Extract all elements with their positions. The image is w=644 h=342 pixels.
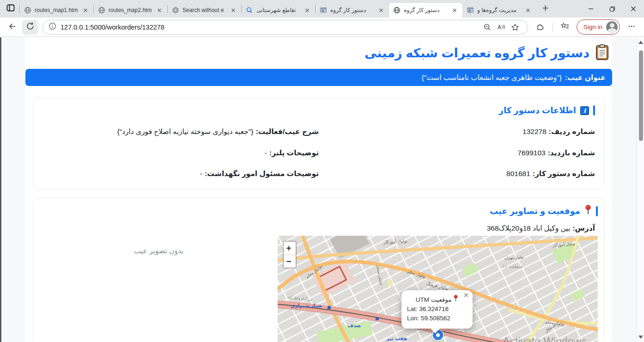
location-card: موقعیت و تصاویر عیب آدرس:بین وکیل اباد 1…	[33, 198, 605, 342]
browser-toolbar: 127.0.0.1:5000/workorders/132278 A Sign …	[0, 18, 644, 37]
favorites-button[interactable]	[557, 20, 573, 35]
tab-search-without[interactable]: Search without e ✕	[168, 3, 241, 18]
close-window-button[interactable]	[623, 0, 644, 18]
refresh-icon	[26, 22, 35, 32]
scrollbar-up-arrow[interactable]	[638, 41, 643, 44]
tab-title: routes_map2.htm	[109, 7, 152, 13]
tab-taghate-shahrestani[interactable]: تقاطع شهرستانی ✕	[242, 3, 315, 18]
globe-icon	[24, 6, 31, 14]
popup-close-icon[interactable]: ✕	[463, 292, 469, 299]
address-value: بین وکیل اباد 18و20پلاک368	[487, 224, 571, 232]
pin-icon	[453, 296, 458, 303]
settings-menu-button[interactable]	[624, 20, 639, 35]
field-workorder-number: شماره دستور کار:801681	[319, 169, 595, 179]
zoom-out-icon[interactable]	[480, 21, 494, 34]
close-tab-icon[interactable]: ✕	[524, 6, 532, 14]
address-line: آدرس:بین وکیل اباد 18و20پلاک368	[40, 224, 598, 232]
tab-strip: routes_map1.htm ✕ routes_map2.htm ✕ Sear…	[0, 0, 644, 18]
field-value: {"جعبه دیواری سوخته نیازبه اصلاح فوری دا…	[117, 128, 253, 135]
tab-title: دستور کار گروه	[404, 7, 448, 13]
location-card-header: موقعیت و تصاویر عیب	[40, 205, 598, 217]
popup-title: موقعیت UTM	[416, 296, 452, 303]
site-info-icon[interactable]	[49, 22, 56, 32]
tab-dastoor-kar-1[interactable]: دستور کار گروه ✕	[316, 3, 389, 18]
field-defect-desc: شرح عیب/فعالیت:{"جعبه دیواری سوخته نیازب…	[43, 127, 319, 137]
globe-icon	[393, 6, 401, 14]
favorite-star-icon[interactable]	[508, 21, 522, 34]
popup-title-row: موقعیت UTM	[407, 295, 467, 303]
field-value: -	[200, 170, 202, 177]
new-tab-button[interactable]	[539, 2, 552, 15]
page-content: دستور کار گروه تعمیرات شبکه زمینی عنوان …	[25, 37, 612, 342]
field-label: شماره دستور کار:	[533, 170, 595, 177]
close-tab-icon[interactable]: ✕	[156, 6, 163, 14]
toolbar-divider	[553, 23, 553, 32]
zoom-out-button[interactable]: −	[283, 255, 296, 268]
popup-lon: Lon: 59.508562	[407, 314, 467, 323]
pin-icon	[584, 205, 592, 217]
restore-button[interactable]	[601, 0, 623, 18]
header-accent-bar	[593, 105, 595, 116]
chatgpt-icon	[172, 6, 179, 14]
favorites-list-icon	[560, 22, 570, 33]
page-scrollbar[interactable]	[637, 37, 644, 342]
url-text[interactable]: 127.0.0.1:5000/workorders/132278	[61, 24, 480, 31]
extensions-button[interactable]	[533, 20, 548, 35]
info-fields: شماره ردیف:132278 شرح عیب/فعالیت:{"جعبه …	[43, 127, 595, 179]
window-controls	[580, 0, 644, 18]
scrollbar-down-arrow[interactable]	[638, 336, 643, 339]
field-row-number: شماره ردیف:132278	[319, 127, 595, 137]
close-tab-icon[interactable]: ✕	[377, 6, 385, 14]
tab-title: routes_map1.htm	[35, 7, 79, 13]
banner-value: {"وضعیت ظاهری جعبه انشعاب نامناسب است"}	[421, 73, 562, 82]
back-arrow-icon	[8, 22, 17, 33]
zoom-in-button[interactable]: +	[283, 242, 296, 255]
tab-routes-map2[interactable]: routes_map2.htm ✕	[94, 3, 167, 18]
no-image-text: بدون تصویر عیب	[40, 236, 278, 255]
tab-actions-menu-button[interactable]	[4, 2, 18, 16]
page-title: دستور کار گروه تعمیرات شبکه زمینی	[365, 46, 589, 61]
clipboard-icon	[595, 44, 609, 62]
tab-modiriat-goroohha[interactable]: مدیریت گروه‌ها و ✕	[462, 3, 536, 18]
map-label-sayyad: صیاد شیرازی	[291, 303, 322, 309]
close-tab-icon[interactable]: ✕	[230, 6, 237, 14]
map-label-haft-tir: هفت تیر	[386, 336, 407, 342]
tab-routes-map1[interactable]: routes_map1.htm ✕	[20, 3, 93, 18]
field-visit-number: شماره بازدید:7699103	[319, 148, 595, 158]
close-tab-icon[interactable]: ✕	[451, 6, 458, 14]
read-aloud-icon[interactable]: A	[494, 21, 508, 34]
field-label: شماره ردیف:	[549, 128, 595, 135]
media-row: بولوار آموزگار بولوار آموزگار بولوار معل…	[40, 236, 598, 342]
sign-in-button[interactable]: Sign in	[577, 19, 620, 35]
back-button[interactable]	[5, 20, 20, 35]
info-card-title: اطلاعات دستور کار	[499, 105, 576, 116]
field-label: توضیحات مسئول امور نگهداشت:	[205, 170, 319, 177]
minimize-button[interactable]	[580, 0, 601, 18]
popup-lat: Lat: 36.324716	[407, 305, 467, 314]
tab-dastoor-kar-active[interactable]: دستور کار گروه ✕	[389, 3, 462, 18]
map[interactable]: بولوار آموزگار بولوار آموزگار بولوار معل…	[278, 236, 598, 342]
tab-title: مدیریت گروه‌ها و	[477, 7, 521, 13]
plus-icon	[542, 5, 549, 13]
address-bar[interactable]: 127.0.0.1:5000/workorders/132278 A	[43, 20, 528, 35]
field-planner-notes: توضیحات پلنر:-	[43, 148, 319, 158]
defect-title-banner: عنوان عیب: {"وضعیت ظاهری جعبه انشعاب نام…	[25, 69, 612, 86]
field-label: توضیحات پلنر:	[269, 149, 319, 157]
page-title-row: دستور کار گروه تعمیرات شبکه زمینی	[25, 37, 612, 69]
close-tab-icon[interactable]: ✕	[82, 6, 89, 14]
refresh-button[interactable]	[22, 20, 38, 35]
field-value: 801681	[506, 170, 530, 177]
avatar	[606, 21, 618, 33]
field-value: 7699103	[517, 149, 545, 157]
scrollbar-thumb[interactable]	[639, 50, 643, 141]
sign-in-label: Sign in	[583, 24, 602, 31]
close-tab-icon[interactable]: ✕	[304, 6, 311, 14]
map-label-sadaf: صدف	[348, 323, 361, 328]
map-zoom-control: + −	[283, 241, 297, 269]
three-dots-icon	[628, 23, 635, 32]
field-value: 132278	[522, 128, 547, 135]
field-maintenance-notes: توضیحات مسئول امور نگهداشت:-	[43, 169, 319, 179]
info-card-header: i اطلاعات دستور کار	[43, 105, 595, 116]
app-window-icon	[320, 6, 327, 14]
field-value: -	[265, 149, 267, 157]
